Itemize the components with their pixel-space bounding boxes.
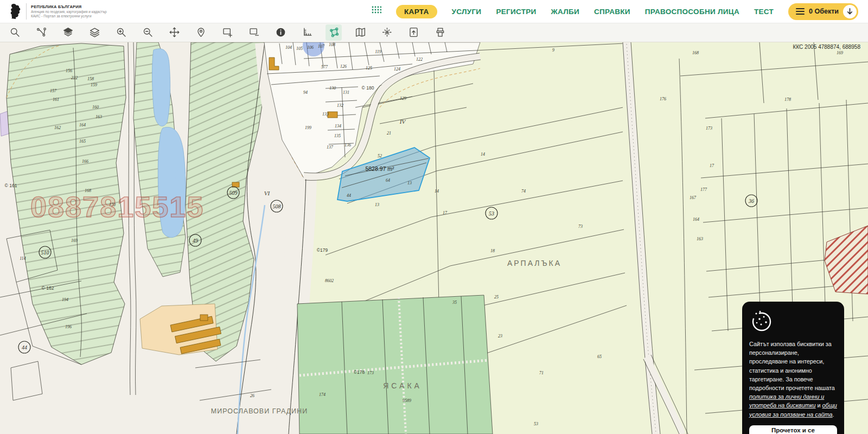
search-tool-button[interactable]: [7, 24, 23, 41]
parcel-number: 53: [534, 422, 538, 426]
layers-stack-tool-button[interactable]: [86, 24, 103, 41]
select-add-tool-button[interactable]: [219, 24, 235, 41]
parcel-number: 137: [327, 145, 334, 150]
reference-label: © 162: [42, 285, 54, 291]
objects-button[interactable]: 0 Обекти: [788, 3, 858, 20]
parcel-number: 17: [443, 210, 448, 215]
parcel-number: 222: [71, 75, 78, 80]
parcel-number: 166: [82, 159, 88, 164]
info-tool-button[interactable]: [272, 24, 289, 41]
print-tool-button[interactable]: [432, 24, 448, 41]
parcel-number: 23: [498, 334, 502, 339]
parcel-number: 196: [65, 324, 72, 329]
parcel-number: 168: [85, 188, 91, 193]
locate-tool-button[interactable]: [193, 24, 209, 41]
download-objects-button[interactable]: [843, 5, 857, 18]
map-toolbar: [0, 23, 868, 42]
parcel-number: 136: [344, 143, 351, 148]
parcel-number: 9: [552, 48, 554, 53]
logo-divider: [26, 3, 27, 20]
parcel-number: 161: [53, 97, 59, 102]
svg-text:49: 49: [193, 238, 198, 244]
parcel-number: 577: [321, 65, 328, 69]
agency-logo[interactable]: РЕПУБЛИКА БЪЛГАРИЯ Агенция по геодезия, …: [9, 3, 107, 20]
cadastral-map[interactable]: 5828.97 m² 0887815515 ККС 2005 4788874, …: [0, 42, 868, 434]
parcel-number: 130: [329, 86, 336, 91]
nav-item-registri[interactable]: РЕГИСТРИ: [496, 8, 536, 16]
parcel-number: 167: [690, 195, 697, 200]
export-page-icon: [408, 27, 419, 38]
parcel-number: 129: [400, 96, 406, 101]
svg-text:508: 508: [273, 203, 281, 209]
select-minus-icon: [248, 27, 260, 38]
parcel-number: 104: [285, 45, 292, 50]
overview-map-tool-button[interactable]: [352, 24, 368, 41]
export-tool-button[interactable]: [405, 24, 422, 41]
parcel-number: 13: [407, 181, 412, 186]
parcel-number: 170: [109, 202, 116, 207]
parcel-number: 176: [660, 97, 666, 101]
folded-map-icon: [355, 27, 366, 38]
svg-text:53: 53: [489, 210, 494, 216]
measure-corner-icon: [302, 27, 313, 38]
logo-subtitle-1: Агенция по геодезия, картография и кадас…: [31, 10, 107, 14]
parcel-number: 26: [250, 393, 254, 398]
parcel-number: 13: [375, 202, 379, 207]
parcel-number: 133: [322, 112, 329, 117]
parcel-number: IV: [399, 118, 406, 125]
parcel-number: 165: [79, 139, 86, 144]
parcel-number: 173: [706, 126, 712, 131]
svg-text:509: 509: [229, 190, 238, 196]
reference-label: © 180: [362, 85, 374, 91]
map-canvas[interactable]: 5828.97 m² 0887815515 ККС 2005 4788874, …: [0, 42, 868, 434]
zoom-in-tool-button[interactable]: [113, 24, 129, 41]
parcel-number: 21: [387, 131, 391, 136]
apps-grid-icon[interactable]: [372, 5, 381, 17]
cookie-message: Сайтът използва бисквитки за персонализи…: [749, 340, 837, 419]
parcel-number: 162: [54, 125, 61, 130]
measure-length-tool-button[interactable]: [299, 24, 315, 41]
farm-building-small: [200, 315, 208, 321]
nav-item-spravki[interactable]: СПРАВКИ: [594, 8, 630, 16]
parcel-number: 163: [95, 114, 102, 119]
watermark-phone: 0887815515: [30, 190, 204, 223]
route-tool-button[interactable]: [33, 24, 49, 41]
menu-icon: [796, 8, 805, 15]
parcel-number: 17: [710, 163, 714, 168]
select-remove-tool-button[interactable]: [246, 24, 262, 41]
reference-label: ©179: [317, 247, 328, 253]
cookie-accept-button[interactable]: Прочетох и се съгласявам: [749, 425, 837, 434]
building-rect: [328, 112, 337, 118]
measure-area-icon: [328, 27, 340, 38]
place-name: МИРОСЛАВОВИ ГРАДИНИ: [211, 407, 308, 415]
nav-item-zhalbi[interactable]: ЖАЛБИ: [551, 8, 580, 16]
place-name: АРПАЛЪКА: [507, 259, 561, 267]
privacy-policy-link[interactable]: политика за лични данни и употреба на би…: [749, 393, 824, 409]
measure-area-tool-button[interactable]: [326, 24, 342, 41]
parcel-number: 132: [337, 103, 343, 108]
parcel-number: 71: [539, 371, 544, 375]
parcel-number: 199: [305, 125, 311, 130]
nav-item-karta[interactable]: КАРТА: [396, 5, 437, 18]
svg-text:36: 36: [748, 198, 754, 204]
snap-tool-button[interactable]: [379, 24, 395, 41]
parcel-number: 14: [481, 152, 485, 157]
parcel-number: 52: [378, 154, 382, 158]
zoom-out-tool-button[interactable]: [139, 24, 156, 41]
parcel-number: 174: [319, 392, 326, 397]
location-pin-icon: [195, 27, 207, 38]
reference-label: ©178: [354, 369, 365, 375]
parcel-number: 25: [494, 295, 499, 299]
cookie-text-intro: Сайтът използва бисквитки за персонализи…: [749, 341, 835, 391]
nav-item-pravosposobni-lica[interactable]: ПРАВОСПОСОБНИ ЛИЦА: [645, 8, 739, 16]
parcel-number: 194: [62, 297, 68, 302]
layers-tool-button[interactable]: [60, 24, 76, 41]
parcel-number: 178: [784, 97, 791, 102]
parcel-number: 124: [394, 67, 400, 72]
parcel-number: 35: [452, 300, 457, 305]
parcel-number: 8602: [325, 278, 334, 283]
pan-tool-button[interactable]: [166, 24, 182, 41]
nav-item-uslugi[interactable]: УСЛУГИ: [452, 8, 482, 16]
nav-item-test[interactable]: ТЕСТ: [754, 8, 774, 16]
pond-north: [152, 49, 170, 126]
